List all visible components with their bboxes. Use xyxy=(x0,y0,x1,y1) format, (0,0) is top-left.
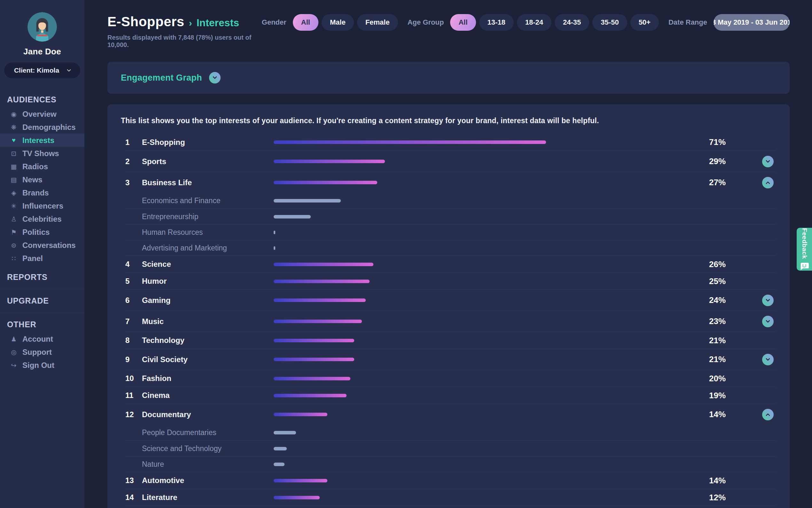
interest-label: Advertising and Marketing xyxy=(142,244,274,252)
avatar-image xyxy=(28,12,57,42)
sidebar-item-label: Conversations xyxy=(22,241,76,250)
interest-bar xyxy=(274,199,341,203)
chevron-down-icon xyxy=(766,158,770,163)
interest-label: Civil Society xyxy=(142,355,274,364)
sidebar-item-support[interactable]: ◎Support xyxy=(0,345,84,358)
interest-label: Human Resources xyxy=(142,228,274,237)
collapse-row-button[interactable] xyxy=(762,409,774,420)
user-name: Jane Doe xyxy=(0,47,84,57)
gender-filter-all[interactable]: All xyxy=(293,14,319,31)
interest-bar-track xyxy=(274,246,707,250)
interest-row: 1E-Shopping71% xyxy=(125,134,775,151)
account-icon: ♟ xyxy=(10,335,18,343)
interest-bar xyxy=(274,357,354,361)
sidebar-item-sign-out[interactable]: ↪Sign Out xyxy=(0,358,84,372)
age-filter-18-24[interactable]: 18-24 xyxy=(517,14,552,31)
expand-row-button[interactable] xyxy=(762,295,774,306)
interest-subrow: Nature xyxy=(125,456,775,472)
interest-rank: 3 xyxy=(125,178,142,187)
interest-bar-track xyxy=(274,394,707,397)
topbar: E-Shoppers › Interests Results displayed… xyxy=(107,0,790,49)
age-filter-24-35[interactable]: 24-35 xyxy=(555,14,589,31)
interest-label: Technology xyxy=(142,336,274,345)
interest-bar-track xyxy=(274,447,707,451)
sidebar-item-overview[interactable]: ◉Overview xyxy=(0,108,84,121)
interest-label: Business Life xyxy=(142,178,274,187)
sidebar-item-label: Demographics xyxy=(22,123,76,132)
person-icon: ♙ xyxy=(10,215,18,223)
avatar xyxy=(28,12,57,42)
collapse-row-button[interactable] xyxy=(762,177,774,188)
date-range-picker[interactable]: 03 May 2019 - 03 Jun 2019 xyxy=(714,14,790,31)
gender-filter-female[interactable]: Female xyxy=(357,14,398,31)
chevron-up-icon xyxy=(766,413,770,418)
sidebar-item-label: Account xyxy=(22,335,53,344)
chevron-down-icon xyxy=(212,75,217,79)
client-selector[interactable]: Client: Kimola xyxy=(4,62,80,78)
nav-section-header[interactable]: REPORTS xyxy=(0,272,84,282)
sidebar-item-demographics[interactable]: ❋Demographics xyxy=(0,121,84,134)
interest-rank: 12 xyxy=(125,410,142,419)
sidebar-item-tv-shows[interactable]: ⊡TV Shows xyxy=(0,147,84,160)
interest-label: Automotive xyxy=(142,476,274,485)
interest-subrow: Human Resources xyxy=(125,224,775,240)
sidebar-item-politics[interactable]: ⚑Politics xyxy=(0,225,84,239)
sidebar-item-interests[interactable]: ♥Interests xyxy=(0,134,84,147)
chat-icon: ⊜ xyxy=(10,242,18,249)
age-filter-13-18[interactable]: 13-18 xyxy=(479,14,514,31)
demographics-icon: ❋ xyxy=(10,124,18,131)
engagement-graph-title: Engagement Graph xyxy=(121,73,202,83)
sidebar-item-account[interactable]: ♟Account xyxy=(0,332,84,345)
interest-bar-track xyxy=(274,377,707,380)
expand-row-button[interactable] xyxy=(762,156,774,167)
interest-label: Science and Technology xyxy=(142,444,274,453)
interest-row: 4Science26% xyxy=(125,256,775,272)
sidebar-item-radios[interactable]: ▦Radios xyxy=(0,160,84,173)
sidebar-item-brands[interactable]: ◈Brands xyxy=(0,186,84,199)
interest-row-actions xyxy=(745,316,775,327)
expand-row-button[interactable] xyxy=(762,316,774,327)
page-title: E-Shoppers xyxy=(107,14,185,30)
interest-row-actions xyxy=(745,156,775,167)
client-selector-label: Client: Kimola xyxy=(14,67,59,74)
interest-rank: 9 xyxy=(125,355,142,364)
sidebar-item-label: Radios xyxy=(22,162,48,171)
sidebar-item-conversations[interactable]: ⊜Conversations xyxy=(0,239,84,252)
interest-bar xyxy=(274,246,275,250)
interest-row: 8Technology21% xyxy=(125,332,775,349)
interest-label: Economics and Finance xyxy=(142,197,274,205)
interest-row: 2Sports29% xyxy=(125,151,775,172)
interest-bar xyxy=(274,280,370,283)
sidebar-item-celebrities[interactable]: ♙Celebrities xyxy=(0,212,84,225)
age-filter-group: All13-1818-2424-3535-5050+ xyxy=(450,14,659,31)
sidebar-item-label: Celebrities xyxy=(22,215,62,224)
sidebar-item-label: Brands xyxy=(22,188,49,197)
sidebar-item-panel[interactable]: ∷Panel xyxy=(0,252,84,265)
tv-icon: ⊡ xyxy=(10,150,18,157)
engagement-graph-expand-button[interactable] xyxy=(209,72,221,84)
interest-label: Gaming xyxy=(142,296,274,305)
age-filter-all[interactable]: All xyxy=(450,14,476,31)
age-filter-35-50[interactable]: 35-50 xyxy=(592,14,627,31)
nav-section-header[interactable]: UPGRADE xyxy=(0,296,84,305)
interest-value: 14% xyxy=(707,410,745,419)
interest-rank: 4 xyxy=(125,260,142,269)
interest-bar-track xyxy=(274,215,707,218)
gender-filter-male[interactable]: Male xyxy=(322,14,354,31)
interest-rank: 1 xyxy=(125,138,142,147)
title-block: E-Shoppers › Interests Results displayed… xyxy=(107,14,262,49)
sidebar-item-influencers[interactable]: ✳Influencers xyxy=(0,199,84,212)
sidebar-item-label: Panel xyxy=(22,254,43,263)
interest-value: 23% xyxy=(707,316,745,326)
sidebar-item-news[interactable]: ▤News xyxy=(0,173,84,186)
interest-bar xyxy=(274,298,366,302)
interest-value: 14% xyxy=(707,476,745,485)
sign-out-icon: ↪ xyxy=(10,362,18,369)
age-filter-50plus[interactable]: 50+ xyxy=(630,14,659,31)
interest-bar-track xyxy=(274,181,707,184)
interest-value: 29% xyxy=(707,157,745,166)
interest-row: 13Automotive14% xyxy=(125,472,775,489)
expand-row-button[interactable] xyxy=(762,354,774,365)
feedback-button[interactable]: Feedback xyxy=(797,228,812,271)
sidebar-nav: AUDIENCES◉Overview❋Demographics♥Interest… xyxy=(0,95,84,372)
